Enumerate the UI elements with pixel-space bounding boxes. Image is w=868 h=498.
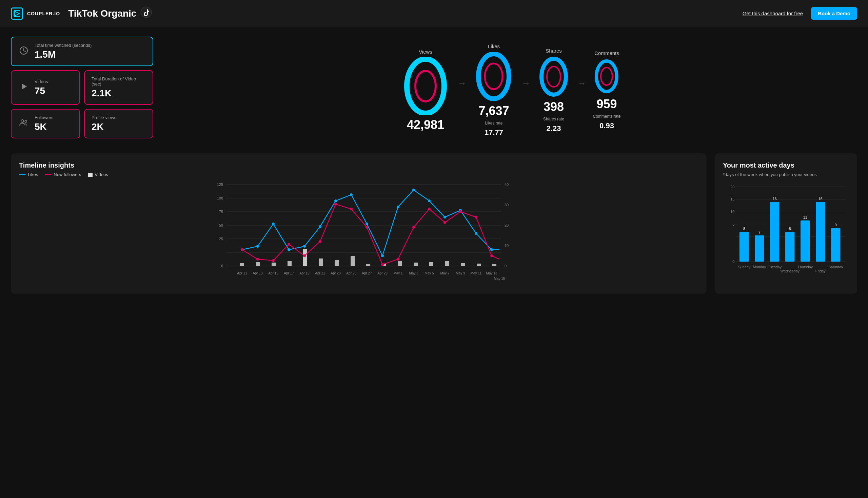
svg-point-10: [478, 54, 509, 99]
svg-point-79: [412, 226, 415, 228]
svg-rect-44: [398, 261, 402, 266]
svg-text:9: 9: [835, 223, 837, 227]
svg-text:10: 10: [730, 210, 734, 214]
timeline-card: Timeline insights Likes New followers Vi…: [11, 153, 707, 294]
svg-rect-127: [801, 221, 810, 262]
svg-text:125: 125: [217, 183, 223, 187]
svg-text:0: 0: [221, 264, 223, 268]
title-area: TikTok Organic: [68, 6, 152, 21]
likes-line-legend: [19, 174, 26, 175]
svg-rect-49: [477, 264, 481, 266]
svg-point-63: [428, 199, 431, 202]
svg-text:Monday: Monday: [753, 265, 766, 269]
svg-text:25: 25: [219, 237, 223, 241]
free-dashboard-link[interactable]: Get this dashboard for free: [743, 11, 803, 16]
total-time-info: Total time watched (seconds) 1.5M: [35, 43, 92, 60]
shares-rate-value: 2.23: [547, 124, 561, 133]
comments-ring: [589, 59, 625, 94]
svg-text:Apr 11: Apr 11: [237, 271, 247, 275]
svg-point-54: [288, 248, 290, 251]
svg-point-60: [381, 254, 384, 257]
shares-ring: [533, 56, 574, 97]
svg-text:May 1: May 1: [393, 271, 403, 275]
svg-rect-47: [445, 261, 449, 266]
svg-text:0: 0: [732, 260, 734, 264]
funnel-views: Views 42,981: [397, 49, 454, 132]
svg-point-53: [272, 223, 275, 225]
svg-point-66: [475, 232, 477, 235]
timeline-legend: Likes New followers Videos: [19, 172, 698, 177]
svg-point-67: [490, 248, 493, 251]
svg-text:Apr 17: Apr 17: [284, 271, 294, 275]
funnel-section: Views 42,981 → Likes: [164, 37, 857, 144]
svg-text:Tuesday: Tuesday: [767, 265, 782, 269]
svg-point-72: [303, 254, 306, 257]
svg-point-8: [407, 59, 444, 113]
active-days-subtitle: *days of the week when you publish your …: [723, 172, 849, 177]
svg-point-61: [397, 206, 399, 208]
svg-text:Apr 19: Apr 19: [299, 271, 310, 275]
arrow-2: →: [521, 78, 531, 103]
svg-text:0: 0: [505, 264, 507, 268]
logo-icon: [11, 8, 23, 20]
svg-text:8: 8: [789, 227, 791, 231]
page-title: TikTok Organic: [68, 8, 136, 19]
likes-value: 7,637: [478, 104, 509, 118]
likes-rate-value: 17.77: [484, 128, 503, 137]
views-value: 42,981: [407, 118, 444, 132]
clock-icon: [18, 46, 29, 57]
svg-text:8: 8: [743, 227, 745, 231]
svg-point-68: [241, 248, 243, 251]
svg-rect-50: [492, 264, 496, 266]
svg-rect-40: [335, 260, 339, 266]
svg-point-69: [256, 258, 259, 261]
videos-value: 75: [35, 86, 48, 96]
timeline-title: Timeline insights: [19, 161, 698, 169]
total-time-label: Total time watched (seconds): [35, 43, 92, 48]
svg-text:Friday: Friday: [815, 269, 826, 273]
bottom-section: Timeline insights Likes New followers Vi…: [11, 153, 857, 294]
svg-point-71: [288, 243, 290, 246]
svg-point-83: [475, 216, 477, 219]
svg-text:16: 16: [773, 197, 777, 201]
svg-text:May 15: May 15: [494, 277, 505, 280]
shares-rate-label: Shares rate: [543, 117, 564, 121]
followers-card: Followers 5K: [11, 109, 80, 139]
svg-rect-41: [351, 256, 355, 266]
svg-text:Apr 29: Apr 29: [377, 271, 388, 275]
duration-value: 2.1K: [92, 88, 146, 99]
svg-rect-38: [303, 249, 307, 266]
book-demo-button[interactable]: Book a Demo: [811, 7, 857, 20]
videos-rect-legend: [88, 173, 93, 177]
comments-rate-label: Comments rate: [593, 114, 620, 119]
svg-rect-46: [429, 262, 433, 266]
views-label: Views: [419, 49, 432, 55]
likes-ring: [469, 52, 518, 101]
svg-text:Apr 21: Apr 21: [315, 271, 325, 275]
svg-text:May 9: May 9: [456, 271, 465, 275]
svg-point-81: [443, 221, 446, 224]
stat-row-1: Videos 75 Total Duration of Video (sec) …: [11, 70, 153, 105]
svg-rect-115: [739, 232, 749, 262]
svg-point-15: [601, 67, 612, 85]
funnel-likes: Likes 7,637 Likes rate 17.77: [469, 43, 518, 137]
svg-point-52: [256, 245, 259, 248]
svg-text:20: 20: [505, 223, 509, 227]
svg-point-14: [597, 61, 617, 92]
active-days-title: Your most active days: [723, 161, 849, 169]
svg-text:Apr 15: Apr 15: [268, 271, 278, 275]
svg-rect-133: [831, 228, 840, 262]
followers-value: 5K: [35, 121, 54, 132]
top-section: Total time watched (seconds) 1.5M Videos…: [11, 37, 857, 144]
svg-point-84: [490, 254, 493, 257]
duration-card: Total Duration of Video (sec) 2.1K: [84, 70, 153, 105]
svg-text:30: 30: [505, 203, 509, 207]
likes-rate-label: Likes rate: [485, 121, 503, 126]
svg-point-75: [350, 208, 352, 210]
svg-text:Saturday: Saturday: [828, 265, 843, 269]
shares-label: Shares: [546, 48, 562, 54]
videos-info: Videos 75: [35, 79, 48, 96]
svg-text:16: 16: [818, 197, 823, 201]
svg-point-11: [485, 63, 503, 89]
svg-text:Sunday: Sunday: [738, 265, 750, 269]
